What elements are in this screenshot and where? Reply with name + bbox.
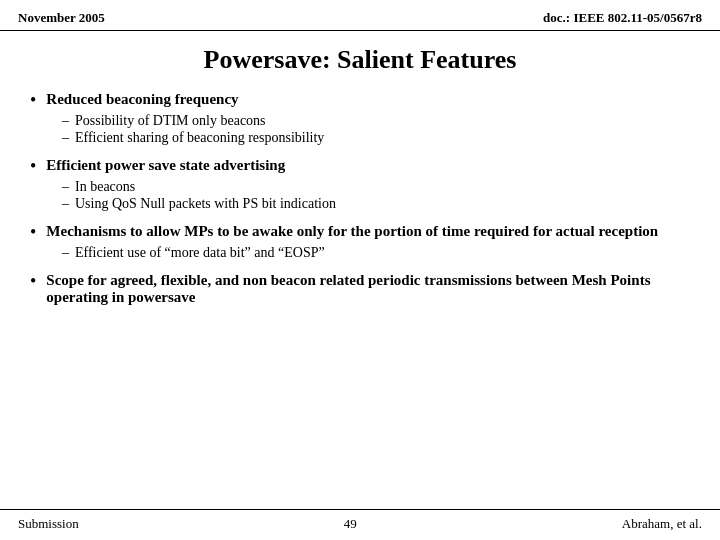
footer-center: 49 [344,516,357,532]
bullet-strong-3: Mechanisms to allow MPs to be awake only… [46,223,658,239]
sub-bullet-2-1: – In beacons [62,179,690,195]
sub-bullets-1: – Possibility of DTIM only beacons – Eff… [62,113,690,146]
sub-bullet-1-2: – Efficient sharing of beaconing respons… [62,130,690,146]
sub-text-1-1: Possibility of DTIM only beacons [75,113,266,129]
bullet-text-3: Mechanisms to allow MPs to be awake only… [46,223,658,240]
bullet-main-3: • Mechanisms to allow MPs to be awake on… [30,223,690,243]
sub-dash-1-1: – [62,113,69,129]
sub-bullet-1-1: – Possibility of DTIM only beacons [62,113,690,129]
bullet-section-2: • Efficient power save state advertising… [30,157,690,213]
bullet-section-1: • Reduced beaconing frequency – Possibil… [30,91,690,147]
bullet-section-3: • Mechanisms to allow MPs to be awake on… [30,223,690,262]
bullet-dot-1: • [30,90,36,111]
bullet-main-2: • Efficient power save state advertising [30,157,690,177]
sub-text-2-1: In beacons [75,179,135,195]
header: November 2005 doc.: IEEE 802.11-05/0567r… [0,0,720,31]
bullet-text-1: Reduced beaconing frequency [46,91,238,108]
bullet-dot-2: • [30,156,36,177]
header-date: November 2005 [18,10,105,26]
sub-dash-2-1: – [62,179,69,195]
bullet-text-2: Efficient power save state advertising [46,157,285,174]
bullet-main-4: • Scope for agreed, flexible, and non be… [30,272,690,306]
bullet-strong-4: Scope for agreed, flexible, and non beac… [46,272,650,305]
sub-text-2-2: Using QoS Null packets with PS bit indic… [75,196,336,212]
slide: November 2005 doc.: IEEE 802.11-05/0567r… [0,0,720,540]
sub-dash-3-1: – [62,245,69,261]
bullet-dot-4: • [30,271,36,292]
bullet-text-4: Scope for agreed, flexible, and non beac… [46,272,690,306]
slide-title: Powersave: Salient Features [0,31,720,85]
bullet-dot-3: • [30,222,36,243]
footer: Submission 49 Abraham, et al. [0,509,720,540]
sub-bullet-3-1: – Efficient use of “more data bit” and “… [62,245,690,261]
slide-content: • Reduced beaconing frequency – Possibil… [0,85,720,509]
footer-right: Abraham, et al. [622,516,702,532]
bullet-strong-2: Efficient power save state advertising [46,157,285,173]
sub-dash-2-2: – [62,196,69,212]
sub-dash-1-2: – [62,130,69,146]
sub-bullet-2-2: – Using QoS Null packets with PS bit ind… [62,196,690,212]
sub-text-3-1: Efficient use of “more data bit” and “EO… [75,245,325,261]
bullet-section-4: • Scope for agreed, flexible, and non be… [30,272,690,308]
bullet-main-1: • Reduced beaconing frequency [30,91,690,111]
sub-bullets-3: – Efficient use of “more data bit” and “… [62,245,690,261]
bullet-strong-1: Reduced beaconing frequency [46,91,238,107]
footer-left: Submission [18,516,79,532]
sub-bullets-2: – In beacons – Using QoS Null packets wi… [62,179,690,212]
header-doc: doc.: IEEE 802.11-05/0567r8 [543,10,702,26]
sub-text-1-2: Efficient sharing of beaconing responsib… [75,130,324,146]
